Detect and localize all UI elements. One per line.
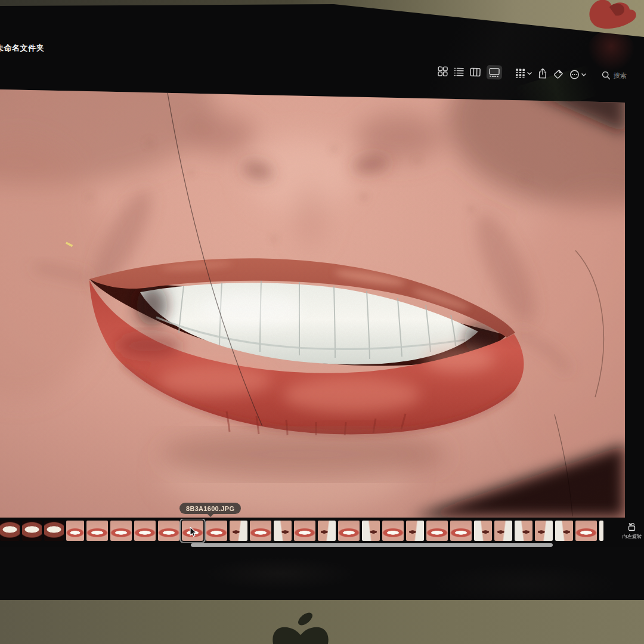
filmstrip-thumbnail[interactable] bbox=[250, 521, 271, 541]
grid-view-icon bbox=[438, 66, 448, 76]
filmstrip-thumbnail[interactable] bbox=[134, 521, 156, 541]
gallery-view-button[interactable] bbox=[487, 65, 503, 80]
chevron-down-icon bbox=[527, 71, 532, 75]
filmstrip-thumbnail[interactable] bbox=[426, 521, 448, 541]
filmstrip-thumbnail[interactable] bbox=[338, 521, 360, 541]
column-view-icon bbox=[470, 67, 481, 77]
photographed-imac-scene: 未命名文件夹 bbox=[0, 0, 644, 644]
filmstrip-thumbnail[interactable] bbox=[555, 521, 573, 541]
filmstrip-thumbnail[interactable] bbox=[599, 521, 603, 541]
preview-photo bbox=[0, 89, 625, 518]
imac-screen: 未命名文件夹 bbox=[0, 0, 644, 547]
filmstrip-thumbnail[interactable] bbox=[294, 521, 315, 541]
share-icon bbox=[538, 68, 547, 79]
filmstrip[interactable] bbox=[0, 519, 614, 543]
filmstrip-thumbnail[interactable] bbox=[575, 521, 597, 541]
filmstrip-thumbnail[interactable] bbox=[494, 521, 512, 541]
more-button[interactable] bbox=[569, 67, 587, 82]
list-view-icon bbox=[454, 66, 464, 76]
filmstrip-thumbnail[interactable] bbox=[362, 521, 380, 541]
icon-view-button[interactable] bbox=[438, 64, 448, 78]
search-field[interactable]: 搜索 bbox=[602, 70, 627, 80]
mouse-cursor bbox=[190, 527, 199, 538]
tag-button[interactable] bbox=[553, 67, 564, 81]
more-ellipsis-icon bbox=[569, 69, 580, 79]
tag-icon bbox=[553, 69, 564, 79]
filmstrip-scrollbar[interactable] bbox=[191, 543, 553, 547]
filename-tooltip: 8B3A1600.JPG bbox=[179, 503, 241, 514]
filmstrip-thumbnail[interactable] bbox=[318, 521, 336, 541]
filmstrip-thumbnail[interactable] bbox=[0, 521, 20, 541]
chevron-down-icon bbox=[581, 72, 586, 76]
filmstrip-thumbnail[interactable] bbox=[515, 521, 532, 541]
filmstrip-thumbnail[interactable] bbox=[158, 521, 179, 541]
list-view-button[interactable] bbox=[454, 64, 465, 79]
filmstrip-thumbnail[interactable] bbox=[274, 521, 292, 541]
filmstrip-thumbnail[interactable] bbox=[110, 521, 132, 541]
imac-chin bbox=[0, 600, 644, 644]
finder-toolbar: 搜索 bbox=[432, 59, 642, 88]
filmstrip-thumbnail[interactable] bbox=[206, 521, 227, 541]
gallery-view-icon bbox=[489, 67, 500, 78]
window-title: 未命名文件夹 bbox=[0, 43, 44, 54]
filmstrip-thumbnail[interactable] bbox=[382, 521, 404, 541]
filmstrip-thumbnail[interactable] bbox=[230, 521, 247, 541]
filmstrip-thumbnail[interactable] bbox=[22, 521, 42, 541]
group-by-icon bbox=[515, 68, 525, 78]
filmstrip-thumbnail[interactable] bbox=[44, 521, 64, 541]
filename-text: 8B3A1600.JPG bbox=[186, 505, 234, 512]
apple-logo bbox=[262, 608, 346, 644]
rotate-left-icon bbox=[627, 522, 637, 531]
filmstrip-thumbnail[interactable] bbox=[535, 521, 553, 541]
filmstrip-thumbnail[interactable] bbox=[86, 521, 108, 541]
screen-bezel bbox=[0, 547, 644, 600]
column-view-button[interactable] bbox=[470, 64, 481, 79]
red-object-decor bbox=[582, 0, 639, 29]
rotate-left-label: 向左旋转 bbox=[623, 533, 642, 540]
filmstrip-thumbnail[interactable] bbox=[66, 521, 84, 541]
rotate-left-button[interactable]: 向左旋转 bbox=[617, 522, 644, 540]
search-icon bbox=[602, 70, 611, 79]
group-by-button[interactable] bbox=[515, 66, 532, 80]
filmstrip-thumbnail[interactable] bbox=[406, 521, 424, 541]
filmstrip-thumbnail[interactable] bbox=[450, 521, 472, 541]
filmstrip-thumbnail[interactable] bbox=[474, 521, 492, 541]
search-placeholder: 搜索 bbox=[614, 71, 627, 80]
share-button[interactable] bbox=[538, 66, 548, 80]
